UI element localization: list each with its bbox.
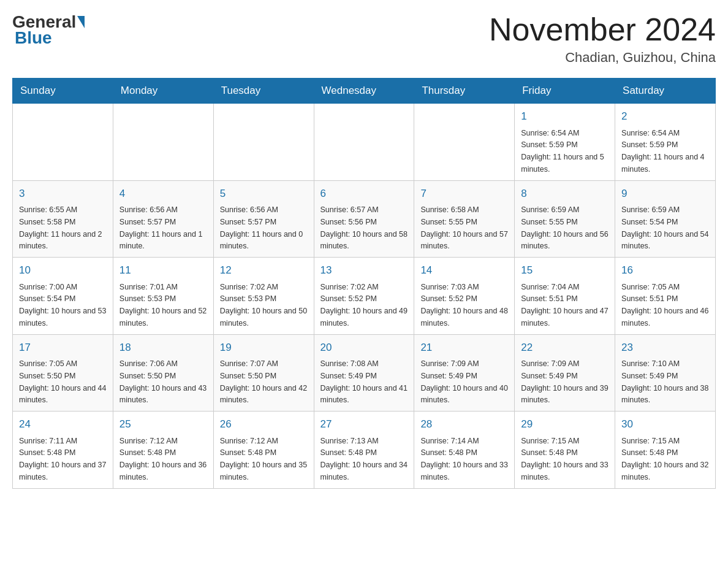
day-number: 11 (119, 262, 207, 278)
calendar-cell: 14Sunrise: 7:03 AMSunset: 5:52 PMDayligh… (414, 258, 515, 335)
day-number: 4 (119, 186, 207, 202)
calendar-cell (213, 104, 314, 181)
day-number: 29 (521, 416, 609, 432)
calendar-cell: 20Sunrise: 7:08 AMSunset: 5:49 PMDayligh… (314, 334, 414, 412)
location-subtitle: Chadian, Guizhou, China (489, 50, 716, 66)
day-info: Sunrise: 7:11 AMSunset: 5:48 PMDaylight:… (19, 437, 106, 481)
day-number: 13 (320, 262, 408, 278)
calendar-cell: 13Sunrise: 7:02 AMSunset: 5:52 PMDayligh… (314, 258, 414, 335)
day-number: 14 (420, 262, 508, 278)
calendar-table: SundayMondayTuesdayWednesdayThursdayFrid… (12, 78, 716, 489)
calendar-cell: 10Sunrise: 7:00 AMSunset: 5:54 PMDayligh… (13, 258, 113, 335)
calendar-header-row: SundayMondayTuesdayWednesdayThursdayFrid… (13, 79, 716, 104)
logo: General Blue (12, 12, 86, 48)
calendar-week-row: 10Sunrise: 7:00 AMSunset: 5:54 PMDayligh… (13, 258, 716, 335)
day-info: Sunrise: 7:14 AMSunset: 5:48 PMDaylight:… (420, 437, 507, 481)
column-header-thursday: Thursday (414, 79, 515, 104)
day-number: 3 (19, 186, 107, 202)
calendar-cell: 15Sunrise: 7:04 AMSunset: 5:51 PMDayligh… (515, 258, 615, 335)
column-header-tuesday: Tuesday (213, 79, 314, 104)
calendar-week-row: 24Sunrise: 7:11 AMSunset: 5:48 PMDayligh… (13, 412, 716, 489)
calendar-cell: 23Sunrise: 7:10 AMSunset: 5:49 PMDayligh… (615, 334, 716, 412)
day-info: Sunrise: 7:01 AMSunset: 5:53 PMDaylight:… (119, 283, 207, 327)
day-number: 6 (320, 186, 408, 202)
day-number: 8 (521, 186, 609, 202)
calendar-week-row: 3Sunrise: 6:55 AMSunset: 5:58 PMDaylight… (13, 180, 716, 258)
day-info: Sunrise: 7:04 AMSunset: 5:51 PMDaylight:… (521, 283, 608, 327)
day-info: Sunrise: 7:03 AMSunset: 5:52 PMDaylight:… (420, 283, 507, 327)
day-info: Sunrise: 7:12 AMSunset: 5:48 PMDaylight:… (119, 437, 207, 481)
day-number: 24 (19, 416, 107, 432)
calendar-cell: 22Sunrise: 7:09 AMSunset: 5:49 PMDayligh… (515, 334, 615, 412)
day-number: 9 (621, 186, 709, 202)
calendar-cell: 9Sunrise: 6:59 AMSunset: 5:54 PMDaylight… (615, 180, 716, 258)
column-header-sunday: Sunday (13, 79, 113, 104)
calendar-cell: 17Sunrise: 7:05 AMSunset: 5:50 PMDayligh… (13, 334, 113, 412)
day-number: 2 (621, 109, 709, 124)
day-info: Sunrise: 7:10 AMSunset: 5:49 PMDaylight:… (621, 359, 708, 404)
day-info: Sunrise: 7:09 AMSunset: 5:49 PMDaylight:… (420, 359, 507, 404)
column-header-wednesday: Wednesday (314, 79, 414, 104)
calendar-cell: 5Sunrise: 6:56 AMSunset: 5:57 PMDaylight… (213, 180, 314, 258)
calendar-cell: 28Sunrise: 7:14 AMSunset: 5:48 PMDayligh… (414, 412, 515, 489)
calendar-cell: 18Sunrise: 7:06 AMSunset: 5:50 PMDayligh… (113, 334, 213, 412)
day-info: Sunrise: 7:08 AMSunset: 5:49 PMDaylight:… (320, 359, 408, 404)
page-header: General Blue November 2024 Chadian, Guiz… (12, 12, 716, 66)
day-info: Sunrise: 7:06 AMSunset: 5:50 PMDaylight:… (119, 359, 207, 404)
calendar-cell: 19Sunrise: 7:07 AMSunset: 5:50 PMDayligh… (213, 334, 314, 412)
day-info: Sunrise: 7:02 AMSunset: 5:53 PMDaylight:… (220, 283, 307, 327)
calendar-cell: 29Sunrise: 7:15 AMSunset: 5:48 PMDayligh… (515, 412, 615, 489)
calendar-cell: 6Sunrise: 6:57 AMSunset: 5:56 PMDaylight… (314, 180, 414, 258)
day-number: 25 (119, 416, 207, 432)
day-info: Sunrise: 7:05 AMSunset: 5:51 PMDaylight:… (621, 283, 708, 327)
day-number: 15 (521, 262, 609, 278)
calendar-cell: 26Sunrise: 7:12 AMSunset: 5:48 PMDayligh… (213, 412, 314, 489)
day-number: 30 (621, 416, 709, 432)
day-number: 17 (19, 340, 107, 356)
day-info: Sunrise: 6:56 AMSunset: 5:57 PMDaylight:… (220, 205, 303, 250)
calendar-cell (113, 104, 213, 181)
day-info: Sunrise: 6:56 AMSunset: 5:57 PMDaylight:… (119, 205, 203, 250)
day-info: Sunrise: 6:54 AMSunset: 5:59 PMDaylight:… (621, 129, 705, 174)
day-number: 18 (119, 340, 207, 356)
day-number: 5 (220, 186, 308, 202)
day-info: Sunrise: 6:58 AMSunset: 5:55 PMDaylight:… (420, 205, 507, 250)
day-number: 12 (220, 262, 308, 278)
day-info: Sunrise: 7:02 AMSunset: 5:52 PMDaylight:… (320, 283, 408, 327)
day-info: Sunrise: 6:59 AMSunset: 5:54 PMDaylight:… (621, 205, 708, 250)
day-info: Sunrise: 6:57 AMSunset: 5:56 PMDaylight:… (320, 205, 408, 250)
calendar-cell: 21Sunrise: 7:09 AMSunset: 5:49 PMDayligh… (414, 334, 515, 412)
calendar-cell: 27Sunrise: 7:13 AMSunset: 5:48 PMDayligh… (314, 412, 414, 489)
calendar-cell: 1Sunrise: 6:54 AMSunset: 5:59 PMDaylight… (515, 104, 615, 181)
day-number: 10 (19, 262, 107, 278)
calendar-cell: 30Sunrise: 7:15 AMSunset: 5:48 PMDayligh… (615, 412, 716, 489)
day-number: 1 (521, 109, 609, 124)
calendar-cell: 7Sunrise: 6:58 AMSunset: 5:55 PMDaylight… (414, 180, 515, 258)
calendar-cell: 24Sunrise: 7:11 AMSunset: 5:48 PMDayligh… (13, 412, 113, 489)
day-info: Sunrise: 7:15 AMSunset: 5:48 PMDaylight:… (521, 437, 608, 481)
day-number: 21 (420, 340, 508, 356)
title-section: November 2024 Chadian, Guizhou, China (489, 12, 716, 66)
calendar-cell: 11Sunrise: 7:01 AMSunset: 5:53 PMDayligh… (113, 258, 213, 335)
calendar-cell (13, 104, 113, 181)
day-number: 19 (220, 340, 308, 356)
calendar-cell (414, 104, 515, 181)
day-info: Sunrise: 6:55 AMSunset: 5:58 PMDaylight:… (19, 205, 102, 250)
calendar-cell: 2Sunrise: 6:54 AMSunset: 5:59 PMDaylight… (615, 104, 716, 181)
day-number: 20 (320, 340, 408, 356)
day-number: 7 (420, 186, 508, 202)
column-header-saturday: Saturday (615, 79, 716, 104)
calendar-cell: 12Sunrise: 7:02 AMSunset: 5:53 PMDayligh… (213, 258, 314, 335)
calendar-cell (314, 104, 414, 181)
calendar-week-row: 17Sunrise: 7:05 AMSunset: 5:50 PMDayligh… (13, 334, 716, 412)
calendar-cell: 16Sunrise: 7:05 AMSunset: 5:51 PMDayligh… (615, 258, 716, 335)
day-number: 26 (220, 416, 308, 432)
calendar-cell: 3Sunrise: 6:55 AMSunset: 5:58 PMDaylight… (13, 180, 113, 258)
day-info: Sunrise: 7:12 AMSunset: 5:48 PMDaylight:… (220, 437, 307, 481)
logo-blue-text: Blue (15, 28, 52, 47)
day-info: Sunrise: 7:13 AMSunset: 5:48 PMDaylight:… (320, 437, 408, 481)
calendar-cell: 25Sunrise: 7:12 AMSunset: 5:48 PMDayligh… (113, 412, 213, 489)
day-info: Sunrise: 6:59 AMSunset: 5:55 PMDaylight:… (521, 205, 608, 250)
day-number: 16 (621, 262, 709, 278)
day-number: 27 (320, 416, 408, 432)
